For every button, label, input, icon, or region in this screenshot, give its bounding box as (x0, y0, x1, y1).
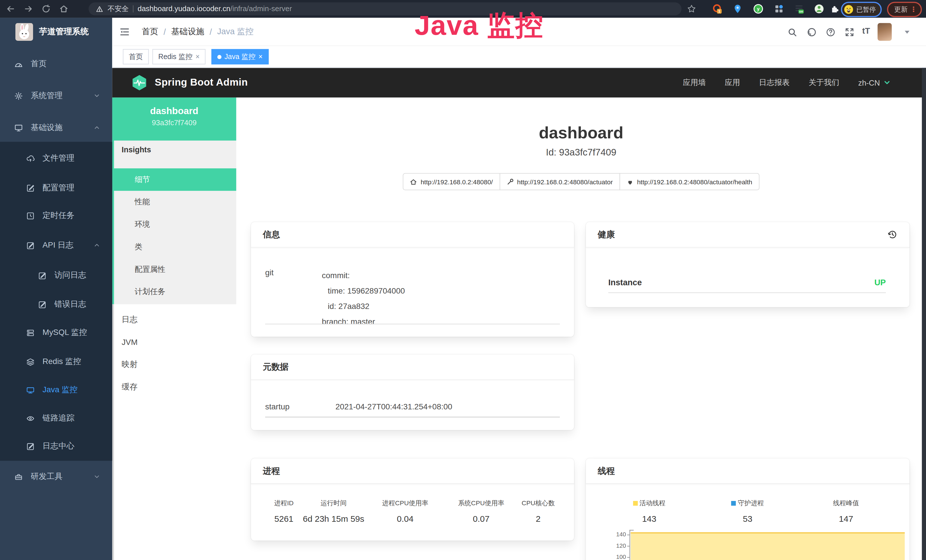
search-icon[interactable] (787, 27, 797, 37)
process-stats: 进程ID5261 运行时间6d 23h 15m 59s 进程CPU使用率0.04… (266, 499, 559, 524)
gauge-icon (14, 59, 23, 68)
menu-item-config-props[interactable]: 配置属性 (112, 258, 236, 281)
github-icon[interactable] (807, 27, 817, 37)
browser-home-icon[interactable] (59, 4, 68, 14)
timer-icon (26, 211, 35, 220)
menu-item-jvm[interactable]: JVM (112, 331, 236, 353)
address-bar[interactable]: 不安全 dashboard.yudao.iocoder.cn/infra/adm… (89, 2, 682, 15)
breadcrumb-infrastructure[interactable]: 基础设施 (171, 27, 204, 37)
close-icon[interactable]: × (195, 53, 200, 60)
actuator-url-button[interactable]: http://192.168.0.2:48080/actuator (499, 173, 620, 190)
menu-item-classes[interactable]: 类 (112, 236, 236, 258)
info-key: git (265, 268, 274, 277)
sba-nav-journal[interactable]: 日志报表 (759, 77, 790, 88)
threads-card: 线程 活动线程 143 守护进程 53 线程峰值 147 140 (586, 459, 909, 560)
edit-square-icon (26, 442, 35, 451)
toolbox-icon (14, 472, 23, 481)
sba-nav-wallboard[interactable]: 应用墙 (683, 77, 706, 88)
menu-item-logs[interactable]: 日志 (112, 309, 236, 331)
home-icon (410, 178, 417, 185)
sidebar-item-home[interactable]: 首页 (0, 50, 112, 78)
sba-sidebar: dashboard 93a3fc7f7409 Insights 细节 性能 环境… (112, 98, 236, 560)
insights-group: Insights 细节 性能 环境 类 配置属性 计划任务 (112, 141, 236, 304)
status-badge: UP (875, 278, 886, 287)
menu-item-caches[interactable]: 缓存 (112, 376, 236, 398)
sidebar-item-mysql-monitor[interactable]: MySQL 监控 (0, 318, 112, 347)
health-url-button[interactable]: http://192.168.0.2:48080/actuator/health (619, 173, 760, 190)
user-caret-down-icon[interactable] (905, 31, 909, 34)
breadcrumb-current: Java 监控 (217, 27, 254, 37)
live-threads-area (631, 532, 905, 560)
app-logo[interactable]: 芋道管理系统 (0, 18, 112, 46)
not-secure-label: 不安全 (107, 4, 129, 14)
browser-back-icon[interactable] (6, 4, 15, 14)
info-card: 信息 git commit: time: 1596289704000 id: 2… (251, 222, 574, 337)
chevron-up-icon (93, 242, 100, 249)
git-commit-info: commit: time: 1596289704000 id: 27aa832 … (322, 268, 405, 330)
breadcrumb-home[interactable]: 首页 (142, 27, 158, 37)
text-size-icon[interactable]: tT (862, 26, 870, 35)
close-icon[interactable]: × (259, 53, 263, 60)
browser-profile-chip[interactable]: 已暂停 (841, 2, 882, 17)
sidebar-item-error-logs[interactable]: 错误日志 (0, 290, 112, 318)
sidebar-item-file-management[interactable]: 文件管理 (0, 144, 112, 172)
instance-header[interactable]: dashboard 93a3fc7f7409 (112, 98, 236, 141)
extension-grid-icon[interactable] (774, 3, 784, 14)
chevron-down-icon (884, 79, 891, 86)
hamburger-fold-icon[interactable] (119, 27, 130, 37)
extension-pin-icon[interactable] (732, 3, 743, 14)
menu-item-scheduled-tasks[interactable]: 计划任务 (112, 281, 236, 303)
tab-home[interactable]: 首页 (123, 49, 149, 65)
sidebar-item-dev-tools[interactable]: 研发工具 (0, 462, 112, 491)
bookmark-star-icon[interactable] (687, 4, 696, 14)
threads-legend: 活动线程 143 守护进程 53 线程峰值 147 (600, 499, 895, 524)
chrome-update-button[interactable]: 更新 ⋮ (887, 2, 922, 17)
metadata-card-title: 元数据 (263, 361, 289, 372)
extensions-puzzle-icon[interactable] (829, 3, 840, 14)
menu-item-environment[interactable]: 环境 (112, 213, 236, 236)
sidebar-item-java-monitor[interactable]: Java 监控 (0, 376, 112, 404)
sidebar-item-infrastructure[interactable]: 基础设施 (0, 114, 112, 142)
sidebar-item-api-logs[interactable]: API 日志 (0, 231, 112, 259)
extension-ubuntu-icon[interactable]: 1 (711, 3, 722, 14)
menu-item-details[interactable]: 细节 (112, 168, 236, 191)
sidebar-item-scheduled-jobs[interactable]: 定时任务 (0, 201, 112, 230)
sidebar-item-access-logs[interactable]: 访问日志 (0, 261, 112, 289)
history-icon[interactable] (887, 229, 897, 240)
browser-menu-icon[interactable]: ⋮ (910, 8, 917, 11)
tab-java-monitor[interactable]: Java 监控 × (211, 49, 268, 65)
extension-green-y-icon[interactable]: y (753, 3, 763, 14)
extension-on-list-icon[interactable]: on (794, 3, 804, 14)
cloud-upload-icon (26, 154, 35, 163)
edit-square-icon (26, 241, 35, 250)
sba-brand[interactable]: Spring Boot Admin (131, 74, 248, 91)
sidebar-scrollbar[interactable] (112, 304, 114, 560)
fullscreen-icon[interactable] (844, 27, 855, 37)
menu-item-mappings[interactable]: 映射 (112, 353, 236, 376)
database-icon (26, 328, 35, 337)
menu-item-metrics[interactable]: 性能 (112, 191, 236, 213)
service-url-button[interactable]: http://192.168.0.2:48080/ (403, 173, 500, 190)
sidebar-item-config-management[interactable]: 配置管理 (0, 174, 112, 202)
stat-system-cpu: 系统CPU使用率0.07 (445, 499, 517, 524)
sidebar-item-log-center[interactable]: 日志中心 (0, 432, 112, 460)
extension-person-icon[interactable] (814, 3, 825, 14)
address-divider (133, 5, 133, 12)
browser-reload-icon[interactable] (41, 4, 51, 14)
edit-square-icon (38, 271, 47, 280)
sidebar-item-redis-monitor[interactable]: Redis 监控 (0, 348, 112, 376)
profile-emoji-avatar (844, 5, 853, 14)
sidebar-item-system[interactable]: 系统管理 (0, 82, 112, 110)
gear-icon (14, 91, 23, 100)
breadcrumb: 首页 / 基础设施 / Java 监控 (142, 18, 254, 46)
user-avatar[interactable] (878, 23, 892, 41)
browser-forward-icon[interactable] (24, 4, 33, 14)
help-icon[interactable] (826, 27, 835, 37)
health-card: 健康 Instance UP (586, 222, 909, 307)
sidebar-item-tracing[interactable]: 链路追踪 (0, 404, 112, 432)
sba-locale-select[interactable]: zh-CN (858, 78, 891, 87)
sba-nav-about[interactable]: 关于我们 (808, 77, 839, 88)
page-scrollbar[interactable] (922, 68, 926, 560)
sba-nav-applications[interactable]: 应用 (725, 77, 740, 88)
tab-redis-monitor[interactable]: Redis 监控 × (152, 49, 205, 65)
